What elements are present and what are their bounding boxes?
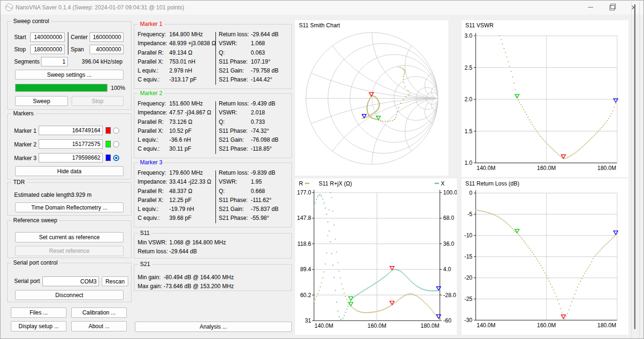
tdr-group-title: TDR (11, 179, 27, 186)
svg-text:180.0M: 180.0M (597, 322, 616, 329)
start-input[interactable] (30, 32, 65, 42)
detail-label: L equiv.: (138, 205, 169, 214)
detail-value: -19.79 nH (169, 205, 213, 214)
detail-value: 107.19° (251, 57, 290, 66)
min-gain-value: -80.494 dB @ 164.400 MHz (164, 274, 234, 281)
marker1-radio[interactable] (113, 128, 119, 134)
step-text: 396.04 kHz/step (82, 58, 123, 65)
detail-value: -74.32° (251, 127, 290, 136)
analysis-button[interactable]: Analysis ... (135, 322, 292, 332)
detail-value: 753.01 nH (169, 57, 213, 66)
detail-label: Impedance: (138, 108, 169, 117)
marker-detail-row: Q:0.733 (219, 118, 290, 127)
detail-value: -76.098 dB (251, 136, 290, 145)
marker-detail-row: L equiv.:2.978 nH (138, 66, 213, 75)
scrollbar-thumb[interactable] (634, 4, 636, 329)
marker3-color-swatch[interactable] (106, 154, 111, 161)
detail-label: VSWR: (219, 108, 251, 117)
marker-detail-row: Frequency:151.600 MHz (138, 99, 213, 108)
return-loss-chart[interactable]: S11 Return Loss (dB)0-5-10-15-20-25-3014… (462, 178, 628, 335)
svg-text:160.0M: 160.0M (537, 165, 556, 171)
marker-detail-row: Parallel X:12.25 pF (138, 196, 213, 205)
detail-value: 49.134 Ω (169, 48, 213, 57)
svg-text:31: 31 (305, 317, 312, 324)
marker-detail-row: L equiv.:-36.6 nH (138, 136, 213, 145)
serial-port-input[interactable] (42, 276, 99, 286)
sweep-button[interactable]: Sweep (15, 96, 68, 106)
marker2-color-swatch[interactable] (106, 141, 111, 147)
hide-data-button[interactable]: Hide data (15, 166, 124, 176)
segments-input[interactable] (41, 57, 68, 66)
marker-detail-row: S21 Gain:-76.098 dB (219, 136, 290, 145)
marker2-input[interactable] (39, 139, 103, 149)
smith-chart[interactable]: S11 Smith Chart (295, 20, 448, 176)
close-button[interactable]: ✕ (623, 0, 644, 14)
detail-label: Parallel R: (138, 48, 169, 57)
marker-detail-row: VSWR:1.95 (219, 178, 290, 186)
svg-text:2.0: 2.0 (464, 96, 472, 103)
stop-button[interactable]: Stop (72, 96, 124, 106)
marker-detail-row: S11 Phase:-111.62° (219, 196, 290, 205)
display-setup-button[interactable]: Display setup ... (11, 321, 66, 331)
svg-text:180.0M: 180.0M (421, 323, 439, 329)
marker-detail-row: S21 Gain:-79.758 dB (219, 66, 290, 75)
center-input[interactable] (90, 32, 124, 42)
svg-text:S11 Return Loss (dB): S11 Return Loss (dB) (465, 180, 520, 187)
vswr-chart[interactable]: S11 VSWR3.02.52.01.51.0140.0M160.0M180.0… (462, 20, 628, 177)
files-button[interactable]: Files ... (11, 307, 66, 318)
detail-value: -313.17 pF (169, 75, 213, 84)
sweep-separator (68, 32, 68, 55)
disconnect-button[interactable]: Disconnect (15, 290, 124, 300)
svg-text:89.4: 89.4 (300, 266, 312, 273)
marker3-radio[interactable] (113, 155, 119, 161)
marker-detail-row: S21 Phase:-118.85° (219, 145, 290, 153)
cable-length-value: 3.929 m (71, 192, 91, 199)
detail-label: S11 Phase: (219, 196, 251, 205)
stop-input[interactable] (30, 45, 65, 54)
markers-group-title: Markers (11, 110, 35, 117)
marker-detail-column: Return loss:-29.644 dBVSWR:1.068Q:0.063S… (219, 30, 290, 85)
about-button[interactable]: About ... (71, 321, 127, 331)
serial-group-title: Serial port control (11, 259, 59, 266)
serial-port-label: Serial port (14, 278, 40, 285)
restore-button[interactable] (601, 0, 623, 14)
detail-divider (215, 32, 216, 85)
marker3-input[interactable] (39, 153, 103, 162)
rescan-button[interactable]: Rescan (102, 276, 128, 286)
detail-label: Return loss: (219, 99, 251, 108)
marker-detail-box-1: Marker 1Frequency:164.800 MHzImpedance:4… (134, 24, 292, 89)
stop-label: Stop (14, 46, 26, 53)
detail-label: S11 Phase: (219, 57, 251, 66)
svg-text:100.0: 100.0 (443, 189, 457, 196)
svg-text:-20: -20 (464, 274, 473, 281)
window-title: NanoVNA Saver 0.1.4 (Sweep: 2024-01-07 0… (16, 4, 184, 11)
tdr-button[interactable]: Time Domain Reflectometry ... (15, 202, 124, 212)
rjx-chart[interactable]: RS11 R+jX (Ω)X177.0147.8118.689.460.2311… (295, 178, 457, 335)
minimize-button[interactable] (579, 0, 601, 14)
detail-label: S21 Gain: (219, 136, 251, 145)
marker-detail-row: S11 Phase:-74.32° (219, 127, 290, 136)
detail-value: -111.62° (251, 196, 290, 205)
marker1-input[interactable] (39, 126, 103, 135)
sweep-settings-button[interactable]: Sweep settings ... (15, 70, 124, 80)
detail-value: 39.68 pF (169, 214, 213, 223)
detail-value: 48.337 Ω (169, 187, 213, 196)
marker-detail-row: Q:0.063 (219, 48, 290, 57)
reset-reference-button[interactable]: Reset reference (15, 246, 124, 256)
detail-value: 0.063 (251, 48, 290, 57)
marker-detail-row: C equiv.:39.68 pF (138, 214, 213, 223)
detail-value: 48.939 +j3.0838 Ω (169, 39, 216, 48)
detail-label: S21 Phase: (219, 214, 251, 223)
detail-value: -9.839 dB (251, 169, 290, 178)
marker1-color-swatch[interactable] (106, 127, 111, 134)
set-reference-button[interactable]: Set current as reference (15, 232, 124, 242)
serial-group: Serial port control Serial port Rescan D… (7, 263, 132, 302)
markers-group: Markers Marker 1 Marker 2 Marker 3 Hide … (7, 113, 132, 179)
marker-detail-row: Frequency:164.800 MHz (138, 30, 213, 39)
marker2-radio[interactable] (113, 141, 119, 147)
calibration-button[interactable]: Calibration ... (71, 307, 127, 318)
marker3-label: Marker 3 (14, 155, 36, 162)
detail-value: 179.600 MHz (169, 169, 213, 178)
detail-value: 10.52 pF (169, 127, 213, 136)
span-input[interactable] (90, 45, 124, 54)
